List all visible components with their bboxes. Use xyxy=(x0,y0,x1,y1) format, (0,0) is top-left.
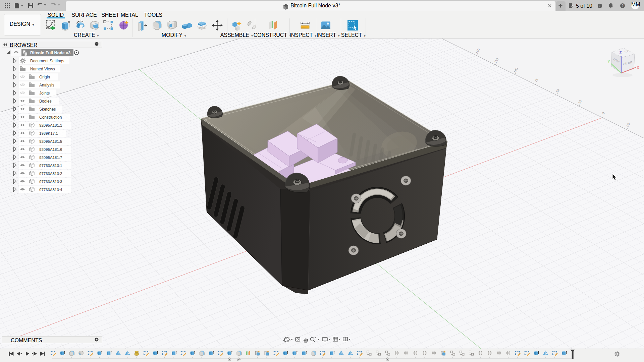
svg-text:Analysis: Analysis xyxy=(39,83,54,87)
svg-text:Bitcoin Full Node v3: Bitcoin Full Node v3 xyxy=(30,51,70,55)
svg-text:92095A181:1: 92095A181:1 xyxy=(39,123,62,127)
svg-text:-25: -25 xyxy=(625,122,631,128)
svg-text:Z: Z xyxy=(620,51,622,55)
svg-text:Origin: Origin xyxy=(39,75,50,79)
svg-text:92095A181:5: 92095A181:5 xyxy=(39,139,62,143)
svg-text:92095A181:7: 92095A181:7 xyxy=(39,156,62,160)
svg-text:97763A813:4: 97763A813:4 xyxy=(39,188,62,192)
svg-text:25: 25 xyxy=(578,99,583,104)
svg-text:Document Settings: Document Settings xyxy=(30,59,64,63)
svg-text:0: 0 xyxy=(601,111,605,115)
svg-text:100: 100 xyxy=(513,67,519,73)
svg-text:X: X xyxy=(637,65,639,70)
svg-text:Sketches: Sketches xyxy=(39,107,56,112)
svg-text:Construction: Construction xyxy=(39,115,62,120)
svg-text:1939K17:1: 1939K17:1 xyxy=(39,131,58,135)
svg-text:75: 75 xyxy=(534,78,539,83)
svg-text:?: ? xyxy=(622,4,624,8)
svg-text:Joints: Joints xyxy=(39,91,50,96)
svg-text:125: 125 xyxy=(493,57,499,64)
svg-text:97763A813:1: 97763A813:1 xyxy=(39,164,62,168)
svg-text:Bodies: Bodies xyxy=(39,99,52,104)
svg-text:97763A813:3: 97763A813:3 xyxy=(39,180,62,184)
svg-text:150: 150 xyxy=(475,48,480,54)
svg-text:92095A181:6: 92095A181:6 xyxy=(39,147,62,152)
svg-text:Y: Y xyxy=(607,59,610,64)
svg-text:Named Views: Named Views xyxy=(30,67,55,71)
svg-text:50: 50 xyxy=(555,88,560,93)
svg-text:97763A813:2: 97763A813:2 xyxy=(39,172,62,176)
